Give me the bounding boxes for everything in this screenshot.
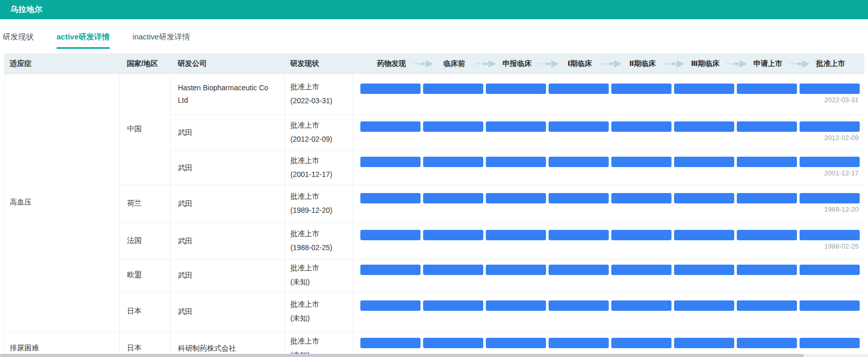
status-cell: 批准上市 (未知) [285,331,353,357]
stage-progress-bars [360,84,860,94]
stage-bar-segment [423,338,483,348]
status-cell: 批准上市 (2001-12-17) [285,150,353,185]
country-cell: 日本 [120,331,171,357]
stage-bar-segment [549,157,609,167]
stage-bar-segment [674,84,734,94]
col-header-indication: 适应症 [5,53,120,74]
country-cell: 法国 [120,222,171,259]
stage-bar-segment [486,121,546,132]
company-cell: 武田 [171,222,285,259]
table-row: 欧盟 武田 批准上市 (未知) [5,259,864,291]
stage-bar-segment [549,230,609,240]
status-date: (1988-02-25) [290,241,352,255]
country-cell: 日本 [120,291,171,331]
company-cell: 科研制药株式会社 [171,331,285,357]
company-cell: 武田 [171,291,285,331]
stage-bar-segment [360,300,421,311]
stage-progress-bars [360,121,860,132]
stage-progress-bars [360,300,860,311]
stage-bar-segment [800,121,860,132]
horizontal-scrollbar-thumb[interactable] [0,354,804,357]
stage-bar-segment [549,265,609,275]
stage-bar-segment [486,193,546,203]
stage-bar-segment [800,193,860,203]
stage-progress-bars [360,230,860,240]
stage-bar-segment [737,230,797,240]
indication-cell: 排尿困难 [5,331,120,357]
rd-details-table-wrapper: 适应症 国家/地区 研发公司 研发现状 药物发现 临床前 申报临床 Ⅰ期临床 Ⅱ… [4,53,868,357]
stage-bar-segment [674,230,734,240]
status-date: (2001-12-17) [290,168,352,182]
tab-active-rd-details[interactable]: active研发详情 [57,19,110,53]
stage-bar-segment [800,265,860,275]
approval-date: 1988-02-25 [360,242,860,251]
stage-bar-segment [423,193,483,203]
stage-progress-cell [353,259,864,291]
stage-progress-bars [360,193,860,203]
stage-bar-segment [800,338,860,348]
stage-bar-segment [423,300,483,311]
table-header-row: 适应症 国家/地区 研发公司 研发现状 药物发现 临床前 申报临床 Ⅰ期临床 Ⅱ… [5,53,864,74]
table-row: 排尿困难 日本 科研制药株式会社 批准上市 (未知) [5,331,864,357]
stage-bar-segment [360,265,421,275]
stage-bar-segment [360,121,421,132]
stage-bar-segment [486,300,546,311]
approval-date: 1989-12-20 [360,205,860,214]
stage-bar-segment [611,193,671,203]
stage-bar-segment [674,121,734,132]
stage-progress-cell: 1989-12-20 [353,185,864,222]
rd-details-table: 适应症 国家/地区 研发公司 研发现状 药物发现 临床前 申报临床 Ⅰ期临床 Ⅱ… [4,53,864,357]
approval-date: 2012-02-09 [360,134,860,143]
company-cell: 武田 [171,114,285,150]
status-date: (2012-02-09) [290,132,352,146]
status-date: (1989-12-20) [290,203,352,217]
stage-bar-segment [800,157,860,167]
approval-date: 2022-03-31 [360,96,860,105]
approval-date [360,313,860,322]
status-label: 批准上市 [290,118,352,132]
status-label: 批准上市 [290,227,352,241]
stage-bar-segment [737,300,797,311]
stage-bar-segment [611,338,671,348]
table-row: 日本 武田 批准上市 (未知) [5,291,864,331]
table-row: 法国 武田 批准上市 (1988-02-25) 1988-02-25 [5,222,864,259]
stage-arrow-icon [600,60,622,68]
stage-bar-segment [549,338,609,348]
stage-progress-cell: 2022-03-31 [353,74,864,114]
table-row: 高血压 中国 Hasten Biopharmaceutic Co Ltd 批准上… [5,74,864,114]
status-label: 批准上市 [290,189,352,203]
status-cell: 批准上市 (未知) [285,291,353,331]
stage-progress-cell: 1988-02-25 [353,222,864,259]
page-title: 乌拉地尔 [10,5,43,15]
stage-bar-segment [486,265,546,275]
stage-bar-segment [423,265,483,275]
stage-bar-segment [674,300,734,311]
stage-bar-segment [674,193,734,203]
stage-progress-cell: 2012-02-09 [353,114,864,150]
horizontal-scrollbar[interactable] [0,354,868,357]
stage-bar-segment [674,157,734,167]
stage-arrow-icon [726,60,748,68]
table-row: 荷兰 武田 批准上市 (1989-12-20) 1989-12-20 [5,185,864,222]
stage-progress-bars [360,338,860,348]
approval-date [360,277,860,286]
country-cell: 中国 [120,74,171,185]
stage-bar-segment [423,84,483,94]
status-label: 批准上市 [290,261,352,275]
stage-arrow-icon [663,60,685,68]
stage-arrow-icon [475,60,497,68]
stage-bar-segment [360,84,421,94]
stage-arrow-icon [789,60,810,68]
company-cell: 武田 [171,150,285,185]
stage-progress-bars [360,265,860,275]
tab-inactive-rd-details[interactable]: inactive研发详情 [133,19,190,53]
status-cell: 批准上市 (1988-02-25) [285,222,353,259]
col-header-stages: 药物发现 临床前 申报临床 Ⅰ期临床 Ⅱ期临床 Ⅲ期临床 申请上市 批准上市 [353,53,864,74]
company-cell: Hasten Biopharmaceutic Co Ltd [171,74,285,114]
status-label: 批准上市 [290,297,352,311]
tab-rd-status[interactable]: 研发现状 [3,19,34,53]
stage-bar-segment [800,84,860,94]
stage-bar-segment [611,121,671,132]
company-cell: 武田 [171,185,285,222]
stage-bar-segment [737,157,797,167]
